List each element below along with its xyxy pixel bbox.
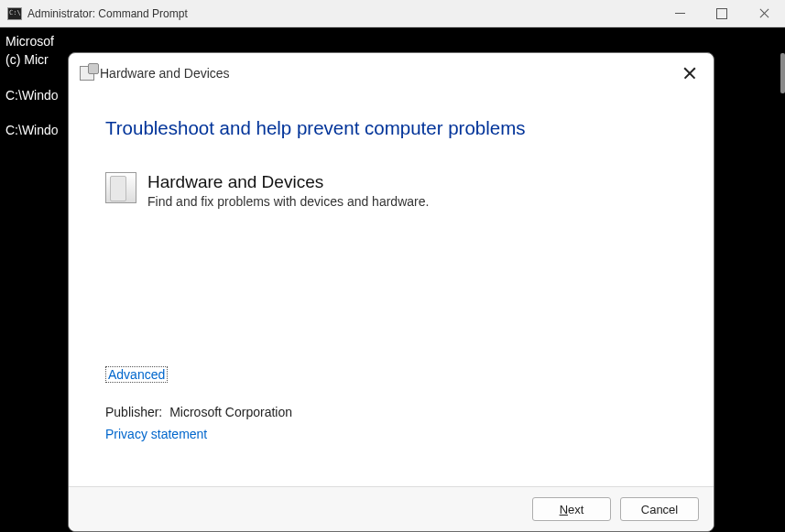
terminal-scrollbar[interactable] [780,53,785,93]
troubleshooter-dialog: Hardware and Devices Troubleshoot and he… [68,52,714,532]
dialog-header: Hardware and Devices [69,53,714,90]
item-title: Hardware and Devices [147,172,429,192]
window-close-button[interactable] [743,0,785,27]
dialog-close-button[interactable] [681,64,699,82]
cmd-titlebar: Administrator: Command Prompt [0,0,785,27]
dialog-footer: Next Cancel [69,486,714,531]
window-title: Administrator: Command Prompt [27,7,659,20]
advanced-link[interactable]: Advanced [105,366,168,383]
headline-text: Troubleshoot and help prevent computer p… [105,117,677,139]
maximize-button[interactable] [701,0,743,27]
dialog-title: Hardware and Devices [100,66,230,81]
publisher-value: Microsoft Corporation [169,405,292,419]
hardware-icon [80,66,94,81]
window-controls [659,0,785,27]
next-button[interactable]: Next [532,497,611,521]
publisher-label: Publisher: [105,405,162,419]
device-icon [105,172,136,203]
cancel-button[interactable]: Cancel [620,497,699,521]
dialog-body: Troubleshoot and help prevent computer p… [69,90,714,486]
minimize-button[interactable] [659,0,701,27]
item-description: Find and fix problems with devices and h… [147,194,429,209]
publisher-row: Publisher: Microsoft Corporation [105,405,677,419]
cmd-icon [7,7,22,20]
troubleshooter-item: Hardware and Devices Find and fix proble… [105,172,677,209]
privacy-statement-link[interactable]: Privacy statement [105,427,207,441]
